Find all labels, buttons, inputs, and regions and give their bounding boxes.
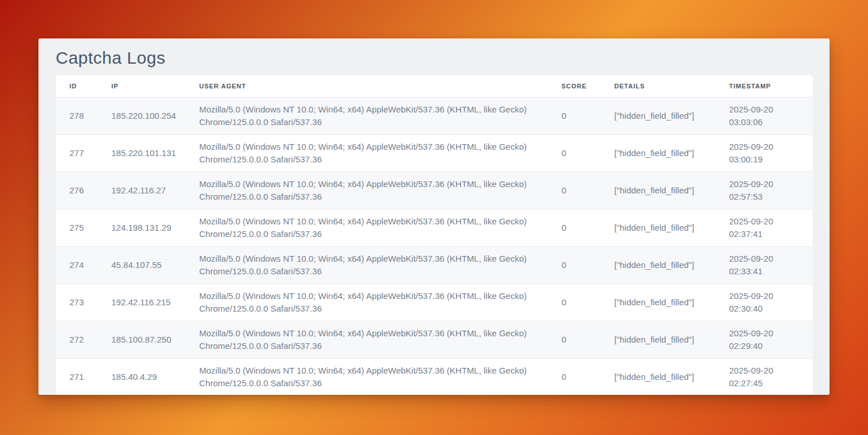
cell-details: ["hidden_field_filled"] bbox=[600, 134, 715, 172]
cell-id: 276 bbox=[56, 172, 98, 209]
table-header: ID IP USER AGENT SCORE DETAILS TIMESTAMP bbox=[56, 75, 813, 97]
table-row: 27445.84.107.55Mozilla/5.0 (Windows NT 1… bbox=[56, 246, 813, 283]
cell-ip: 185.40.4.29 bbox=[98, 358, 185, 395]
cell-ip: 45.84.107.55 bbox=[98, 246, 185, 283]
cell-id: 272 bbox=[56, 321, 98, 358]
cell-timestamp: 2025-09-20 02:29:40 bbox=[715, 321, 813, 358]
cell-score: 0 bbox=[548, 246, 600, 283]
cell-timestamp: 2025-09-20 02:37:41 bbox=[715, 209, 813, 246]
cell-ip: 185.220.101.131 bbox=[98, 134, 185, 172]
cell-user-agent: Mozilla/5.0 (Windows NT 10.0; Win64; x64… bbox=[185, 321, 548, 358]
cell-user-agent: Mozilla/5.0 (Windows NT 10.0; Win64; x64… bbox=[185, 134, 548, 172]
cell-user-agent: Mozilla/5.0 (Windows NT 10.0; Win64; x64… bbox=[185, 97, 548, 134]
cell-details: ["hidden_field_filled"] bbox=[600, 97, 715, 134]
table-body: 278185.220.100.254Mozilla/5.0 (Windows N… bbox=[56, 97, 813, 395]
cell-timestamp: 2025-09-20 02:27:45 bbox=[715, 358, 813, 395]
cell-score: 0 bbox=[548, 209, 600, 246]
cell-id: 275 bbox=[56, 209, 98, 246]
cell-score: 0 bbox=[548, 358, 600, 395]
cell-score: 0 bbox=[548, 283, 600, 321]
column-header-score: SCORE bbox=[548, 75, 600, 97]
table-header-row: ID IP USER AGENT SCORE DETAILS TIMESTAMP bbox=[56, 75, 813, 97]
captcha-logs-table: ID IP USER AGENT SCORE DETAILS TIMESTAMP… bbox=[56, 75, 813, 395]
cell-user-agent: Mozilla/5.0 (Windows NT 10.0; Win64; x64… bbox=[185, 172, 548, 209]
cell-ip: 185.100.87.250 bbox=[98, 321, 185, 358]
cell-score: 0 bbox=[548, 97, 600, 134]
cell-timestamp: 2025-09-20 02:30:40 bbox=[715, 283, 813, 321]
cell-user-agent: Mozilla/5.0 (Windows NT 10.0; Win64; x64… bbox=[185, 246, 548, 283]
cell-score: 0 bbox=[548, 321, 600, 358]
cell-details: ["hidden_field_filled"] bbox=[600, 246, 715, 283]
table-row: 272185.100.87.250Mozilla/5.0 (Windows NT… bbox=[56, 321, 813, 358]
table-row: 271185.40.4.29Mozilla/5.0 (Windows NT 10… bbox=[56, 358, 813, 395]
cell-user-agent: Mozilla/5.0 (Windows NT 10.0; Win64; x64… bbox=[185, 209, 548, 246]
cell-ip: 185.220.100.254 bbox=[98, 97, 185, 134]
cell-ip: 192.42.116.27 bbox=[98, 172, 185, 209]
cell-id: 278 bbox=[56, 97, 98, 134]
table-row: 275124.198.131.29Mozilla/5.0 (Windows NT… bbox=[56, 209, 813, 246]
cell-timestamp: 2025-09-20 02:57:53 bbox=[715, 172, 813, 209]
column-header-id: ID bbox=[56, 75, 98, 97]
column-header-user-agent: USER AGENT bbox=[185, 75, 548, 97]
cell-timestamp: 2025-09-20 03:00:19 bbox=[715, 134, 813, 172]
cell-ip: 192.42.116.215 bbox=[98, 283, 185, 321]
cell-user-agent: Mozilla/5.0 (Windows NT 10.0; Win64; x64… bbox=[185, 358, 548, 395]
table-row: 276192.42.116.27Mozilla/5.0 (Windows NT … bbox=[56, 172, 813, 209]
cell-details: ["hidden_field_filled"] bbox=[600, 321, 715, 358]
table-row: 277185.220.101.131Mozilla/5.0 (Windows N… bbox=[56, 134, 813, 172]
cell-user-agent: Mozilla/5.0 (Windows NT 10.0; Win64; x64… bbox=[185, 283, 548, 321]
cell-id: 274 bbox=[56, 246, 98, 283]
cell-id: 271 bbox=[56, 358, 98, 395]
cell-details: ["hidden_field_filled"] bbox=[600, 283, 715, 321]
table-row: 273192.42.116.215Mozilla/5.0 (Windows NT… bbox=[56, 283, 813, 321]
page-title: Captcha Logs bbox=[38, 38, 830, 68]
cell-id: 277 bbox=[56, 134, 98, 172]
table-row: 278185.220.100.254Mozilla/5.0 (Windows N… bbox=[56, 97, 813, 134]
cell-ip: 124.198.131.29 bbox=[98, 209, 185, 246]
cell-score: 0 bbox=[548, 134, 600, 172]
cell-details: ["hidden_field_filled"] bbox=[600, 209, 715, 246]
captcha-logs-table-container: ID IP USER AGENT SCORE DETAILS TIMESTAMP… bbox=[56, 75, 813, 395]
column-header-timestamp: TIMESTAMP bbox=[715, 75, 813, 97]
cell-details: ["hidden_field_filled"] bbox=[600, 358, 715, 395]
cell-details: ["hidden_field_filled"] bbox=[600, 172, 715, 209]
cell-timestamp: 2025-09-20 02:33:41 bbox=[715, 246, 813, 283]
column-header-details: DETAILS bbox=[600, 75, 715, 97]
captcha-logs-card: Captcha Logs ID IP USER AGENT SCORE DETA… bbox=[38, 38, 830, 395]
cell-timestamp: 2025-09-20 03:03:06 bbox=[715, 97, 813, 134]
column-header-ip: IP bbox=[98, 75, 185, 97]
cell-id: 273 bbox=[56, 283, 98, 321]
cell-score: 0 bbox=[548, 172, 600, 209]
